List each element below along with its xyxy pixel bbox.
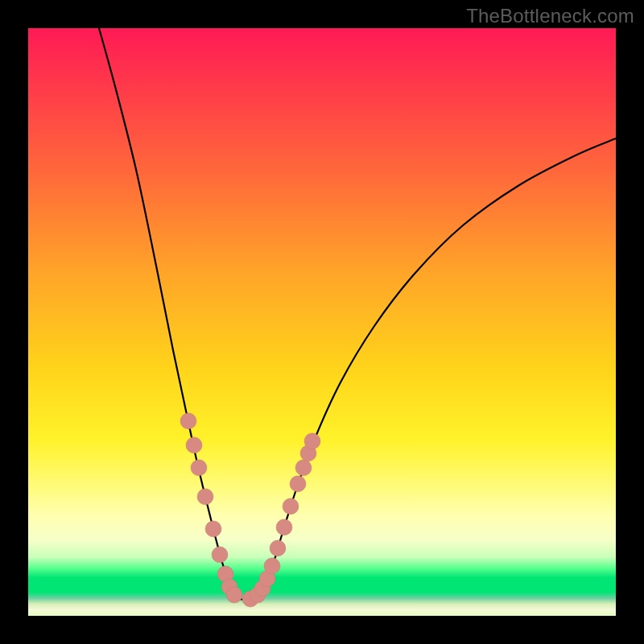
data-bead: [290, 476, 306, 492]
data-bead: [264, 558, 280, 574]
data-bead: [276, 519, 292, 535]
data-bead: [191, 460, 207, 476]
data-bead: [283, 498, 299, 514]
curve-svg: [28, 28, 616, 616]
data-bead: [205, 521, 221, 537]
watermark-text: TheBottleneck.com: [466, 5, 634, 27]
data-bead: [186, 437, 202, 453]
curve-right-branch: [262, 138, 616, 593]
plot-area: [28, 28, 616, 616]
data-bead: [212, 547, 228, 563]
data-bead: [304, 433, 320, 449]
beads-right-group: [242, 433, 320, 607]
chart-frame: TheBottleneck.com: [0, 0, 644, 644]
data-bead: [270, 540, 286, 556]
beads-left-group: [180, 413, 242, 603]
data-bead: [226, 587, 242, 603]
data-bead: [180, 413, 196, 429]
data-bead: [197, 489, 213, 505]
curve-left-branch: [99, 28, 232, 593]
data-bead: [295, 460, 312, 476]
